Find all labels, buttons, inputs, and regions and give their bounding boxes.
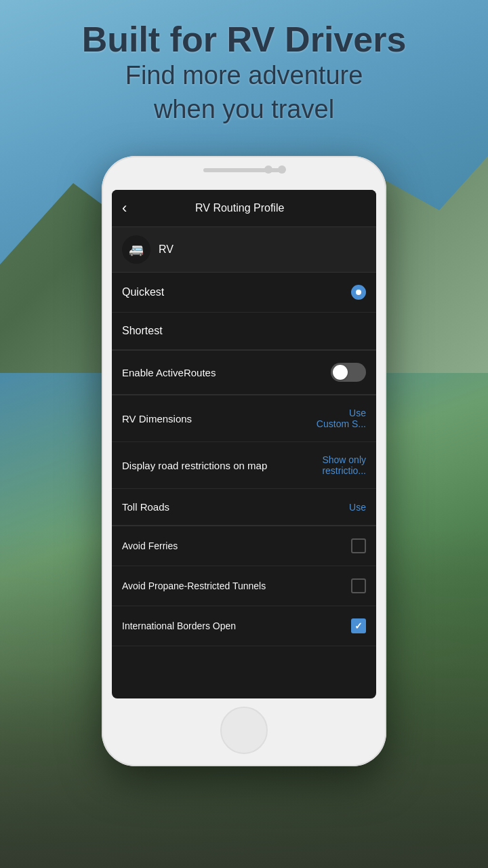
phone-screen: ‹ RV Routing Profile 🚐 RV Quickest Short… (112, 190, 376, 698)
activeroutes-toggle[interactable] (331, 363, 366, 382)
avoid-ferries-row[interactable]: Avoid Ferries (112, 526, 376, 566)
international-borders-label: International Borders Open (122, 620, 351, 631)
quickest-radio[interactable] (351, 285, 366, 300)
phone-shell: ‹ RV Routing Profile 🚐 RV Quickest Short… (102, 156, 386, 766)
avoid-propane-label: Avoid Propane-Restricted Tunnels (122, 580, 351, 591)
toll-roads-label: Toll Roads (122, 501, 349, 513)
route-options-section: Quickest Shortest (112, 273, 376, 350)
rv-dimensions-label: RV Dimensions (122, 413, 317, 425)
rv-dimensions-value: UseCustom S... (317, 408, 366, 429)
avoid-propane-checkbox[interactable] (351, 578, 366, 593)
avoid-ferries-checkbox[interactable] (351, 538, 366, 553)
avoid-ferries-label: Avoid Ferries (122, 540, 351, 551)
check-mark: ✓ (354, 620, 363, 631)
quickest-label: Quickest (122, 286, 164, 298)
phone-home-button[interactable] (220, 707, 268, 754)
toll-roads-row[interactable]: Toll Roads Use (112, 489, 376, 526)
rv-profile-row[interactable]: 🚐 RV (112, 227, 376, 273)
international-borders-checkbox[interactable]: ✓ (351, 618, 366, 633)
rv-label: RV (159, 243, 174, 256)
shortest-label: Shortest (122, 325, 163, 337)
road-restrictions-label: Display road restrictions on map (122, 460, 322, 471)
radio-inner (356, 290, 361, 295)
hero-subtitle: Find more adventurewhen you travel (0, 59, 488, 126)
hero-text: Built for RV Drivers Find more adventure… (0, 20, 488, 126)
header-title: RV Routing Profile (134, 202, 346, 214)
back-button[interactable]: ‹ (122, 199, 127, 217)
road-restrictions-value: Show onlyrestrictio... (322, 454, 366, 476)
route-option-shortest[interactable]: Shortest (112, 313, 376, 350)
rv-icon: 🚐 (122, 235, 150, 264)
rv-dimensions-row[interactable]: RV Dimensions UseCustom S... (112, 395, 376, 442)
toggle-knob (333, 365, 348, 380)
road-restrictions-row[interactable]: Display road restrictions on map Show on… (112, 442, 376, 489)
activeroutes-row[interactable]: Enable ActiveRoutes (112, 351, 376, 395)
phone-camera (264, 165, 286, 174)
app-header: ‹ RV Routing Profile (112, 190, 376, 227)
hero-title: Built for RV Drivers (0, 20, 488, 59)
route-option-quickest[interactable]: Quickest (112, 273, 376, 313)
toll-roads-value: Use (349, 502, 366, 513)
activeroutes-label: Enable ActiveRoutes (122, 367, 216, 378)
international-borders-row[interactable]: International Borders Open ✓ (112, 606, 376, 646)
avoid-propane-row[interactable]: Avoid Propane-Restricted Tunnels (112, 566, 376, 606)
